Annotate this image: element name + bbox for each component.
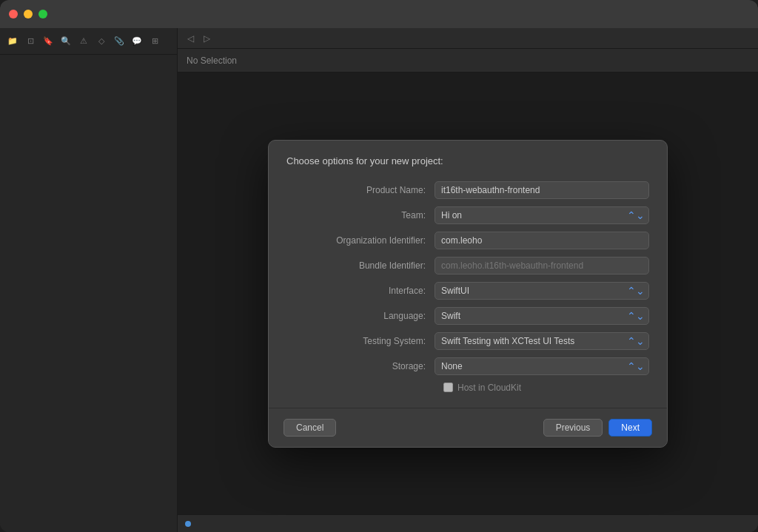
team-row: Team: Hi on ⌃⌄ bbox=[286, 206, 649, 224]
magnify-icon[interactable]: 🔍 bbox=[58, 33, 74, 50]
org-identifier-label: Organization Identifier: bbox=[286, 235, 435, 246]
maximize-button[interactable] bbox=[38, 10, 47, 18]
storage-select[interactable]: None Core Data SwiftData bbox=[435, 357, 649, 375]
dialog-footer: Cancel Previous Next bbox=[269, 408, 667, 447]
titlebar bbox=[0, 0, 758, 28]
product-name-row: Product Name: bbox=[286, 181, 649, 199]
dialog-body: Product Name: Team: Hi bbox=[269, 174, 667, 408]
cloudkit-checkbox-label: Host in CloudKit bbox=[457, 383, 521, 393]
team-label: Team: bbox=[286, 210, 435, 220]
dialog-header: Choose options for your new project: bbox=[269, 141, 667, 174]
testing-system-select[interactable]: Swift Testing with XCTest UI Tests XCTes… bbox=[435, 332, 649, 350]
testing-system-label: Testing System: bbox=[286, 336, 435, 346]
sidebar: 📁 ⊡ 🔖 🔍 ⚠ ◇ 📎 💬 ⊞ bbox=[0, 28, 178, 532]
next-button[interactable]: Next bbox=[608, 419, 652, 437]
org-identifier-row: Organization Identifier: bbox=[286, 232, 649, 249]
cancel-button[interactable]: Cancel bbox=[284, 419, 336, 437]
interface-row: Interface: SwiftUI Storyboard ⌃⌄ bbox=[286, 282, 649, 300]
language-label: Language: bbox=[286, 311, 435, 321]
team-field: Hi on ⌃⌄ bbox=[435, 206, 649, 224]
status-dot bbox=[185, 521, 191, 527]
content-header: No Selection bbox=[178, 49, 758, 73]
diamond-icon[interactable]: ◇ bbox=[93, 33, 110, 50]
content-nav: ◁ ▷ bbox=[178, 28, 758, 49]
storage-row: Storage: None Core Data SwiftData ⌃⌄ bbox=[286, 357, 649, 375]
content-area: ◁ ▷ No Selection Choose options for your… bbox=[178, 28, 758, 532]
no-selection-label: No Selection bbox=[187, 55, 237, 66]
language-field: Swift Objective-C ⌃⌄ bbox=[435, 307, 649, 325]
bundle-identifier-input[interactable] bbox=[435, 257, 649, 275]
org-identifier-field bbox=[435, 232, 649, 249]
bundle-identifier-row: Bundle Identifier: bbox=[286, 257, 649, 275]
testing-system-row: Testing System: Swift Testing with XCTes… bbox=[286, 332, 649, 350]
folder-icon[interactable]: 📁 bbox=[4, 33, 21, 50]
traffic-lights bbox=[9, 10, 47, 18]
cloudkit-checkbox[interactable] bbox=[443, 383, 453, 392]
previous-button[interactable]: Previous bbox=[543, 419, 603, 437]
language-select[interactable]: Swift Objective-C bbox=[435, 307, 649, 325]
warning-icon[interactable]: ⚠ bbox=[76, 33, 92, 50]
grid-icon[interactable]: ⊞ bbox=[147, 33, 163, 50]
team-select[interactable]: Hi on bbox=[435, 206, 649, 224]
dialog-overlay: Choose options for your new project: Pro… bbox=[178, 73, 758, 514]
storage-label: Storage: bbox=[286, 361, 435, 371]
bundle-identifier-field bbox=[435, 257, 649, 275]
interface-field: SwiftUI Storyboard ⌃⌄ bbox=[435, 282, 649, 300]
org-identifier-input[interactable] bbox=[435, 232, 649, 249]
paperclip-icon[interactable]: 📎 bbox=[111, 33, 127, 50]
new-project-dialog: Choose options for your new project: Pro… bbox=[268, 140, 668, 448]
product-name-field bbox=[435, 181, 649, 199]
testing-system-field: Swift Testing with XCTest UI Tests XCTes… bbox=[435, 332, 649, 350]
cloudkit-checkbox-row: Host in CloudKit bbox=[286, 383, 649, 393]
interface-select[interactable]: SwiftUI Storyboard bbox=[435, 282, 649, 300]
bottombar bbox=[178, 514, 758, 532]
footer-right-buttons: Previous Next bbox=[543, 419, 652, 437]
nav-left-icon[interactable]: ◁ bbox=[184, 32, 197, 45]
bundle-identifier-label: Bundle Identifier: bbox=[286, 260, 435, 271]
product-name-input[interactable] bbox=[435, 181, 649, 199]
main-window: 📁 ⊡ 🔖 🔍 ⚠ ◇ 📎 💬 ⊞ ◁ ▷ No Selection bbox=[0, 0, 758, 532]
language-row: Language: Swift Objective-C ⌃⌄ bbox=[286, 307, 649, 325]
minimize-button[interactable] bbox=[24, 10, 33, 18]
nav-right-icon[interactable]: ▷ bbox=[200, 32, 213, 45]
dialog-title: Choose options for your new project: bbox=[286, 155, 443, 166]
main-content: 📁 ⊡ 🔖 🔍 ⚠ ◇ 📎 💬 ⊞ ◁ ▷ No Selection bbox=[0, 28, 758, 532]
interface-label: Interface: bbox=[286, 286, 435, 296]
content-body: Choose options for your new project: Pro… bbox=[178, 73, 758, 514]
bookmark-icon[interactable]: 🔖 bbox=[40, 33, 56, 50]
close-button[interactable] bbox=[9, 10, 18, 18]
sidebar-toolbar: 📁 ⊡ 🔖 🔍 ⚠ ◇ 📎 💬 ⊞ bbox=[0, 28, 177, 55]
message-icon[interactable]: 💬 bbox=[129, 33, 145, 50]
storage-field: None Core Data SwiftData ⌃⌄ bbox=[435, 357, 649, 375]
product-name-label: Product Name: bbox=[286, 185, 435, 195]
square-icon[interactable]: ⊡ bbox=[22, 33, 38, 50]
